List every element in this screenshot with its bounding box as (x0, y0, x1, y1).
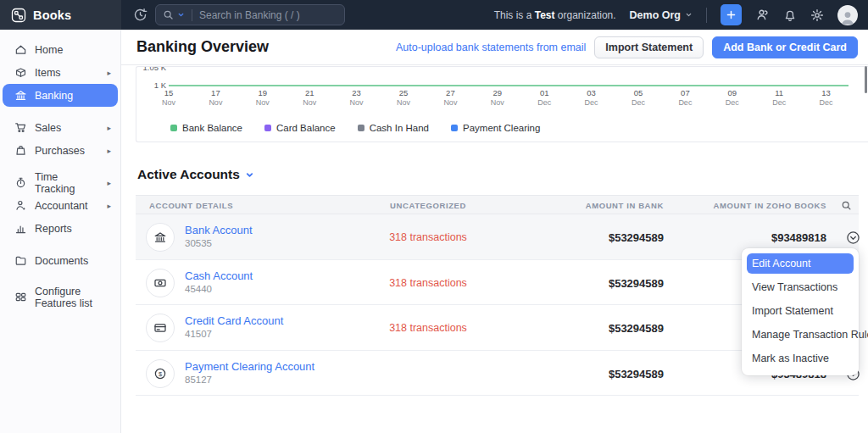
import-statement-button[interactable]: Import Statement (594, 36, 704, 58)
brand-label: Books (33, 8, 71, 22)
table-search-icon[interactable] (841, 199, 852, 214)
uncategorized-transactions-link[interactable]: 318 transactions (369, 231, 487, 243)
legend-item-card-balance[interactable]: Card Balance (264, 123, 336, 133)
legend-label: Payment Clearing (463, 123, 540, 133)
org-selector[interactable]: Demo Org (630, 9, 693, 21)
legend-item-bank-balance[interactable]: Bank Balance (170, 123, 242, 133)
legend-label: Cash In Hand (370, 123, 429, 133)
features-icon (14, 291, 27, 303)
account-name-link[interactable]: Credit Card Account (185, 314, 283, 327)
amount-in-bank: $53294589 (537, 322, 664, 335)
legend-item-cash-in-hand[interactable]: Cash In Hand (358, 123, 429, 133)
sidebar-item-documents[interactable]: Documents (3, 249, 118, 272)
amount-in-bank: $53294589 (537, 231, 664, 244)
submenu-arrow-icon: ▸ (107, 69, 111, 77)
x-axis-tick: 19Nov (246, 89, 280, 107)
section-title: Active Accounts (137, 167, 240, 182)
x-axis-tick: 21Nov (292, 89, 326, 107)
submenu-arrow-icon: ▸ (107, 124, 111, 132)
sidebar-item-label: Reports (35, 223, 72, 235)
balance-chart: 1.05 K 1 K 15Nov17Nov19Nov21Nov23Nov25No… (136, 66, 868, 142)
topbar: Books This is a Test organization. Demo … (0, 0, 868, 30)
x-axis-tick: 15Nov (152, 89, 186, 107)
sidebar-item-label: Documents (35, 255, 88, 267)
x-axis-tick: 23Nov (340, 89, 374, 107)
x-axis-tick: 07Dec (668, 89, 702, 107)
sidebar-item-sales[interactable]: Sales▸ (3, 116, 118, 139)
settings-gear-icon[interactable] (810, 8, 824, 22)
brand[interactable]: Books (0, 0, 121, 30)
account-name-link[interactable]: Cash Account (185, 269, 253, 282)
search-divider (192, 9, 192, 21)
sidebar-item-banking[interactable]: Banking (3, 84, 118, 107)
reports-icon (14, 222, 27, 235)
amount-in-bank: $53294589 (537, 368, 664, 380)
menu-item-import-statement[interactable]: Import Statement (747, 299, 854, 323)
menu-item-edit-account[interactable]: Edit Account (747, 253, 854, 274)
auto-upload-link[interactable]: Auto-upload bank statements from email (396, 42, 586, 53)
page-title: Banking Overview (136, 38, 269, 56)
col-amount-in-bank: AMOUNT IN BANK (537, 196, 664, 215)
cash-icon (146, 269, 175, 297)
legend-marker (451, 125, 458, 131)
topbar-divider (706, 8, 707, 23)
bank-icon (14, 89, 27, 102)
sidebar-item-label: Configure Features list (35, 286, 111, 309)
x-axis-tick: 25Nov (387, 89, 420, 107)
search-box[interactable] (155, 4, 345, 25)
uncategorized-transactions-link[interactable]: 318 transactions (369, 277, 487, 289)
legend-marker (358, 125, 364, 131)
menu-item-mark-as-inactive[interactable]: Mark as Inactive (747, 347, 854, 370)
accountant-icon (14, 199, 27, 212)
sidebar-item-items[interactable]: Items▸ (3, 61, 118, 84)
add-bank-button[interactable]: Add Bank or Credit Card (712, 36, 858, 58)
uncategorized-transactions-link[interactable]: 318 transactions (369, 322, 487, 334)
menu-item-view-transactions[interactable]: View Transactions (747, 275, 854, 299)
chart-legend: Bank BalanceCard BalanceCash In HandPaym… (170, 123, 540, 133)
svg-text:$: $ (159, 369, 163, 377)
recent-history-icon[interactable] (133, 8, 147, 22)
x-axis-tick: 01Dec (527, 89, 561, 107)
account-name-link[interactable]: Bank Account (185, 224, 253, 236)
items-icon (14, 66, 27, 79)
sidebar-item-label: Home (35, 44, 63, 56)
amount-in-zoho-books: $93489818 (699, 231, 826, 244)
bank-icon (146, 223, 175, 252)
active-accounts-toggle[interactable]: Active Accounts (137, 167, 254, 182)
sidebar-item-label: Purchases (35, 145, 85, 157)
sidebar-item-configure-features-list[interactable]: Configure Features list (3, 286, 118, 308)
legend-item-payment-clearing[interactable]: Payment Clearing (451, 123, 540, 133)
submenu-arrow-icon: ▸ (107, 179, 111, 187)
vertical-scrollbar[interactable] (865, 66, 867, 93)
account-number: 85127 (185, 375, 212, 385)
row-menu-chevron-icon[interactable] (846, 230, 860, 245)
quick-create-button[interactable] (721, 4, 742, 25)
books-logo-icon (11, 8, 26, 23)
sidebar-item-purchases[interactable]: Purchases▸ (3, 139, 118, 162)
sidebar-item-accountant[interactable]: Accountant▸ (3, 194, 118, 217)
sidebar-item-time-tracking[interactable]: Time Tracking▸ (3, 171, 118, 194)
legend-marker (170, 125, 177, 131)
sidebar-item-label: Sales (35, 122, 61, 134)
org-note: This is a Test organization. (494, 9, 616, 21)
users-icon[interactable] (755, 8, 770, 22)
col-account-details: ACCOUNT DETAILS (149, 196, 233, 215)
documents-icon (14, 254, 27, 267)
legend-label: Card Balance (276, 123, 336, 133)
x-axis-tick: 05Dec (621, 89, 655, 107)
search-input[interactable] (199, 9, 318, 21)
sidebar-item-reports[interactable]: Reports (3, 217, 118, 240)
user-avatar[interactable] (837, 5, 858, 25)
x-axis-tick: 03Dec (575, 89, 609, 107)
x-axis-tick: 11Dec (762, 89, 796, 107)
sidebar-item-label: Banking (35, 90, 73, 102)
sidebar-item-home[interactable]: Home (3, 38, 118, 61)
menu-item-manage-transaction-rules[interactable]: Manage Transaction Rules (747, 323, 854, 347)
notifications-bell-icon[interactable] (783, 8, 797, 22)
chevron-down-icon (245, 170, 254, 180)
legend-marker (264, 125, 271, 131)
account-name-link[interactable]: Payment Clearing Account (185, 360, 314, 373)
sidebar-item-label: Time Tracking (35, 171, 99, 195)
search-scope-chevron-icon[interactable] (177, 11, 185, 19)
purchases-icon (14, 144, 27, 157)
